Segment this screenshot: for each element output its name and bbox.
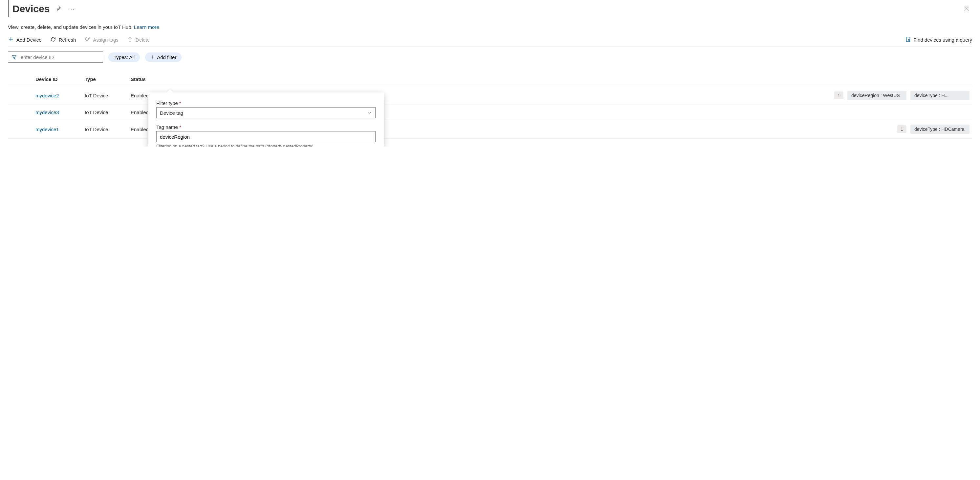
col-header-status[interactable]: Status [130, 76, 177, 82]
find-query-label: Find devices using a query [914, 37, 972, 43]
query-icon [905, 36, 911, 43]
search-input-wrap[interactable] [8, 51, 103, 63]
subtitle-text: View, create, delete, and update devices… [8, 24, 134, 30]
title-bar: Devices ··· [8, 0, 972, 17]
filter-type-value: Device tag [160, 110, 183, 116]
tag-chip[interactable]: deviceType : HDCamera [910, 125, 969, 134]
trash-icon [127, 36, 133, 43]
svg-point-0 [88, 38, 89, 39]
page-title: Devices [13, 3, 49, 14]
tag-icon [84, 36, 90, 43]
device-id-search-input[interactable] [20, 54, 99, 60]
device-link[interactable]: mydevice3 [35, 109, 59, 115]
chevron-down-icon [368, 111, 372, 115]
device-link[interactable]: mydevice2 [35, 93, 59, 98]
more-icon[interactable]: ··· [68, 6, 75, 13]
filter-type-select[interactable]: Device tag [156, 107, 375, 118]
add-filter-pill[interactable]: Add filter [145, 52, 181, 62]
add-device-label: Add Device [16, 37, 42, 43]
col-header-type[interactable]: Type [85, 76, 130, 82]
filter-icon [11, 54, 17, 60]
tag-name-label: Tag name* [156, 124, 375, 130]
cell-type: IoT Device [85, 127, 130, 132]
cell-type: IoT Device [85, 93, 130, 98]
cell-type: IoT Device [85, 109, 130, 115]
plus-icon [8, 36, 14, 43]
tag-chip[interactable]: deviceRegion : WestUS [847, 91, 907, 100]
tag-chip[interactable]: deviceType : H... [910, 91, 969, 100]
types-filter-label: Types: All [114, 54, 135, 60]
delete-button: Delete [127, 36, 150, 43]
refresh-button[interactable]: Refresh [50, 36, 76, 43]
types-filter-pill[interactable]: Types: All [108, 52, 140, 62]
refresh-icon [50, 36, 56, 43]
find-query-button[interactable]: Find devices using a query [905, 36, 972, 43]
toolbar: Add Device Refresh Assign tags [8, 35, 972, 47]
add-filter-label: Add filter [157, 54, 176, 60]
add-device-button[interactable]: Add Device [8, 36, 42, 43]
tag-extra-count: 1 [834, 92, 843, 99]
tag-name-hint: Filtering on a nested tag? Use a period … [156, 144, 375, 147]
filter-row: Types: All Add filter [8, 47, 972, 65]
tag-extra-count: 1 [897, 125, 907, 133]
assign-tags-label: Assign tags [93, 37, 119, 43]
col-header-device-id[interactable]: Device ID [35, 76, 85, 82]
assign-tags-button: Assign tags [84, 36, 119, 43]
refresh-label: Refresh [59, 37, 76, 43]
close-icon[interactable] [961, 3, 972, 14]
pin-icon[interactable] [56, 6, 61, 13]
plus-icon [150, 55, 155, 59]
device-link[interactable]: mydevice1 [35, 127, 59, 132]
learn-more-link[interactable]: Learn more [134, 24, 159, 30]
delete-label: Delete [135, 37, 150, 43]
table-header: Device ID Type Status [8, 73, 972, 86]
add-filter-popover: Filter type* Device tag Tag name* Filter… [148, 92, 384, 147]
filter-type-label: Filter type* [156, 100, 375, 106]
subtitle: View, create, delete, and update devices… [8, 24, 972, 30]
tag-name-input[interactable] [156, 131, 375, 142]
